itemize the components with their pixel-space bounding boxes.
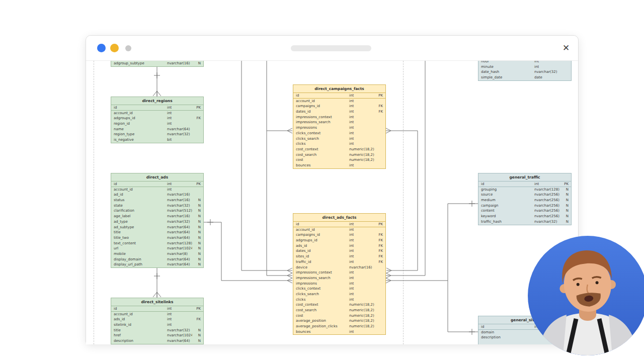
column-row: account_idint bbox=[293, 227, 385, 233]
table-fragment-dates[interactable]: hourintminuteintdate_hashnvarchar(32)sim… bbox=[478, 61, 572, 81]
col-key: N bbox=[560, 198, 569, 203]
table-general-traffic[interactable]: general_trafficidintPKgroupingnvarchar(1… bbox=[478, 173, 572, 225]
col-key bbox=[560, 75, 569, 80]
window-control-yellow-icon[interactable] bbox=[110, 44, 119, 52]
col-key: N bbox=[192, 203, 201, 209]
col-type: int bbox=[167, 312, 192, 317]
col-name: id bbox=[296, 222, 349, 227]
table-fragment-adgroup[interactable]: adgroup_subtypenvarchar(16)N bbox=[111, 61, 204, 67]
window-control-gray-icon[interactable] bbox=[125, 45, 131, 51]
column-row: adgroup_subtypenvarchar(16)N bbox=[111, 61, 203, 66]
col-key bbox=[374, 131, 383, 136]
column-row: is_negativebit bbox=[111, 137, 203, 143]
col-type: nvarchar(32) bbox=[167, 132, 192, 137]
column-row: bouncesint bbox=[293, 329, 385, 335]
col-key: N bbox=[192, 338, 201, 344]
col-name: display_domain bbox=[114, 257, 167, 262]
table-general-sites[interactable]: general_sitesidintdomaindescription bbox=[478, 316, 572, 344]
col-name: impressions_search bbox=[296, 120, 349, 125]
col-name: ads_id bbox=[296, 243, 349, 249]
col-name: account_id bbox=[114, 111, 167, 116]
col-key bbox=[374, 281, 383, 287]
col-name: average_position_clicks bbox=[296, 324, 349, 329]
column-row: idintPK bbox=[478, 182, 571, 187]
col-type: nvarchar(128) bbox=[534, 187, 560, 193]
col-type: numeric(18,2) bbox=[349, 324, 374, 329]
col-type: int bbox=[349, 141, 374, 147]
col-type: int bbox=[534, 64, 560, 70]
col-type: nvarchar(8) bbox=[167, 251, 192, 257]
table-direct-ads-facts[interactable]: direct_ads_factsidintPKaccount_idintcamp… bbox=[293, 213, 386, 335]
table-direct-regions[interactable]: direct_regionsidintPKaccount_idintadgrou… bbox=[111, 97, 204, 143]
col-type: nvarchar(256) bbox=[534, 203, 560, 209]
column-row: clicksint bbox=[293, 297, 385, 303]
col-key bbox=[560, 61, 569, 64]
col-type: nvarchar(64) bbox=[167, 225, 192, 230]
column-row: contentnvarchar(256)N bbox=[478, 208, 571, 214]
col-name: title_two bbox=[114, 235, 167, 241]
col-type: int bbox=[349, 292, 374, 297]
column-row: statusnvarchar(16)N bbox=[111, 198, 203, 203]
col-key: N bbox=[560, 208, 569, 214]
window-titlebar[interactable]: ✕ bbox=[86, 36, 578, 61]
col-key: PK bbox=[192, 306, 201, 311]
col-name: account_id bbox=[296, 99, 349, 104]
column-row: clicks_searchint bbox=[293, 292, 385, 297]
col-name: ads_id bbox=[114, 317, 167, 322]
close-icon[interactable]: ✕ bbox=[560, 42, 572, 54]
col-key bbox=[374, 115, 383, 120]
window-control-blue-icon[interactable] bbox=[97, 44, 106, 52]
col-type: numeric(18,2) bbox=[349, 308, 374, 313]
column-row: campaigns_idintFK bbox=[293, 232, 385, 238]
col-name: ad_type bbox=[114, 219, 167, 225]
address-bar[interactable] bbox=[291, 45, 371, 51]
col-key: N bbox=[192, 333, 201, 338]
column-row: keywordnvarchar(256)N bbox=[478, 214, 571, 219]
col-name: cost bbox=[296, 157, 349, 163]
column-row: dates_idintFK bbox=[293, 248, 385, 254]
col-name: adgroups_id bbox=[114, 116, 167, 121]
col-key bbox=[374, 227, 383, 233]
col-key: N bbox=[192, 241, 201, 246]
col-key: PK bbox=[560, 182, 569, 187]
col-key bbox=[192, 312, 201, 317]
col-type: int bbox=[534, 182, 560, 187]
column-row: clicks_contextint bbox=[293, 131, 385, 136]
col-key bbox=[560, 324, 569, 329]
col-type: int bbox=[167, 105, 192, 110]
column-row: account_idint bbox=[111, 187, 203, 193]
col-type: int bbox=[167, 187, 192, 193]
col-name: campaigns_id bbox=[296, 232, 349, 238]
table-direct-sitelinks[interactable]: direct_sitelinksidintPKaccount_idintads_… bbox=[111, 298, 204, 344]
diagram-canvas[interactable]: adgroup_subtypenvarchar(16)N direct_regi… bbox=[86, 61, 578, 344]
column-row: mediumnvarchar(256)N bbox=[478, 198, 571, 203]
column-row: simple_datedate bbox=[478, 75, 571, 80]
column-row: adgroups_idintFK bbox=[293, 238, 385, 243]
col-name: state bbox=[114, 203, 167, 209]
column-row: namenvarchar(64) bbox=[111, 127, 203, 132]
column-row: ad_subtypenvarchar(64)N bbox=[111, 225, 203, 230]
col-type: int bbox=[349, 248, 374, 254]
col-key: PK bbox=[374, 93, 383, 98]
table-direct-ads[interactable]: direct_adsidintPKaccount_idintad_idnvarc… bbox=[111, 173, 204, 268]
column-row: clarificationnvarchar(512)N bbox=[111, 208, 203, 214]
col-name: minute bbox=[481, 64, 534, 70]
col-type: numeric(18,2) bbox=[349, 147, 374, 152]
column-row: statenvarchar(32)N bbox=[111, 203, 203, 209]
col-name: impressions bbox=[296, 125, 349, 131]
column-row: display_domainnvarchar(64)N bbox=[111, 257, 203, 262]
browser-window: ✕ bbox=[86, 35, 579, 344]
col-key bbox=[374, 147, 383, 152]
page-background: ✕ bbox=[0, 0, 644, 362]
column-row: description bbox=[478, 335, 571, 340]
column-row: cost_contextnumeric(18,2) bbox=[293, 147, 385, 152]
table-direct-campaigns-facts[interactable]: direct_campaigns_factsidintPKaccount_idi… bbox=[293, 84, 386, 169]
col-key: N bbox=[192, 328, 201, 333]
col-name: bounces bbox=[296, 329, 349, 335]
column-row: age_labelnvarchar(16)N bbox=[111, 214, 203, 219]
col-type: int bbox=[167, 121, 192, 127]
column-row: account_idint bbox=[293, 99, 385, 104]
column-row: region_typenvarchar(32) bbox=[111, 132, 203, 137]
col-key bbox=[374, 136, 383, 142]
col-name: name bbox=[114, 127, 167, 132]
